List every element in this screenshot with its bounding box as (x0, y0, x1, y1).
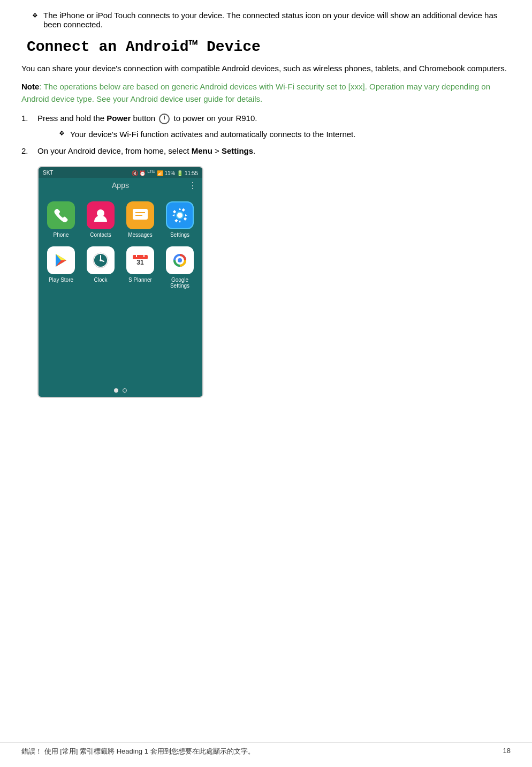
step-1-sub-bullet: ❖ Your device's Wi-Fi function activates… (37, 130, 511, 139)
step-1-text-after: button (131, 114, 157, 123)
footer-page-number: 18 (503, 747, 511, 756)
app-contacts[interactable]: Contacts (81, 197, 120, 242)
step-1-content: Press and hold the Power button to power… (37, 114, 511, 139)
power-button-icon (159, 114, 170, 124)
contacts-app-label: Contacts (90, 232, 111, 238)
contacts-icon-svg (91, 206, 110, 225)
phone-dots (39, 384, 202, 397)
phone-dot-active (114, 388, 118, 393)
intro-bullet-text: The iPhone or iPod Touch connects to you… (43, 11, 511, 29)
googlesettings-app-icon (166, 246, 194, 274)
clock-app-icon (87, 246, 115, 274)
messages-app-icon (126, 201, 154, 229)
app-google-settings[interactable]: Google Settings (160, 242, 200, 293)
clock-app-label: Clock (94, 277, 107, 283)
phone-bottom-area (39, 298, 202, 384)
settings-icon-svg (170, 206, 189, 225)
step-2-num: 2. (21, 146, 37, 155)
clock-icon-svg (91, 251, 110, 270)
app-splanner[interactable]: 31 S Planner (120, 242, 160, 293)
svg-point-5 (177, 212, 183, 219)
step-1-num: 1. (21, 114, 37, 123)
step-1: 1. Press and hold the Power button to po… (21, 114, 511, 139)
playstore-icon-svg (51, 251, 71, 270)
app-clock[interactable]: Clock (81, 242, 120, 293)
svg-text:31: 31 (136, 259, 144, 266)
note-paragraph: Note: The operations below are based on … (21, 80, 511, 106)
note-body: : The operations below are based on gene… (21, 82, 490, 103)
step-2-period: . (253, 146, 255, 155)
steps-list: 1. Press and hold the Power button to po… (21, 114, 511, 155)
note-label: Note (21, 82, 39, 91)
apps-label: Apps (112, 181, 129, 190)
step-2-text-before: On your Android device, from home, selec… (37, 146, 192, 155)
playstore-app-label: Play Store (49, 277, 73, 283)
svg-marker-2 (133, 220, 138, 223)
svg-rect-1 (133, 209, 148, 220)
phone-dot-inactive (123, 388, 127, 393)
step-1-text-before: Press and hold the (37, 114, 107, 123)
sub-bullet-text: Your device's Wi-Fi function activates a… (70, 130, 355, 139)
splanner-app-label: S Planner (128, 277, 152, 283)
section-heading: Connect an Android™ Device (21, 39, 511, 55)
step-2-content: On your Android device, from home, selec… (37, 146, 511, 155)
calendar-app-icon: 31 (126, 246, 154, 274)
phone-screenshot: SKT 🔇 ⏰ LTE 📶 11% 🔋 11:55 Apps ⋮ Phone (37, 166, 203, 398)
step-1-bold: Power (107, 114, 131, 123)
apps-menu-dots[interactable]: ⋮ (188, 181, 197, 191)
footer-left: 錯誤！ 使用 [常用] 索引標籤將 Heading 1 套用到您想要在此處顯示的… (21, 747, 255, 756)
calendar-icon-svg: 31 (131, 251, 150, 270)
settings-app-icon (166, 201, 194, 229)
page-footer: 錯誤！ 使用 [常用] 索引標籤將 Heading 1 套用到您想要在此處顯示的… (0, 742, 532, 756)
phone-app-label: Phone (54, 232, 69, 238)
sub-bullet-char: ❖ (59, 130, 65, 139)
app-playstore[interactable]: Play Store (41, 242, 81, 293)
bullet-char: ❖ (32, 12, 38, 29)
googlesettings-icon-svg (170, 251, 189, 270)
messages-icon-svg (131, 206, 150, 225)
svg-point-21 (178, 258, 182, 262)
intro-bullet-item: ❖ The iPhone or iPod Touch connects to y… (21, 11, 511, 29)
step-2-gt: > (212, 146, 222, 155)
svg-point-14 (100, 259, 102, 261)
step-2-bold1: Menu (192, 146, 212, 155)
phone-status-bar: SKT 🔇 ⏰ LTE 📶 11% 🔋 11:55 (39, 167, 202, 178)
googlesettings-app-label: Google Settings (162, 277, 197, 289)
phone-app-grid: Phone Contacts Messages (39, 192, 202, 298)
phone-apps-header: Apps ⋮ (39, 178, 202, 192)
contacts-app-icon (87, 201, 115, 229)
body-paragraph: You can share your device's connection w… (21, 63, 511, 75)
messages-app-label: Messages (128, 232, 153, 238)
playstore-app-icon (47, 246, 75, 274)
app-settings[interactable]: Settings (160, 197, 200, 242)
step-2: 2. On your Android device, from home, se… (21, 146, 511, 155)
phone-carrier: SKT (43, 170, 53, 176)
app-messages[interactable]: Messages (120, 197, 160, 242)
settings-app-label: Settings (170, 232, 189, 238)
phone-icon-svg (51, 206, 71, 225)
phone-app-icon (47, 201, 75, 229)
app-phone[interactable]: Phone (41, 197, 81, 242)
step-1-rest: to power on your R910. (174, 114, 257, 123)
step-2-bold2: Settings (222, 146, 253, 155)
phone-status-icons: 🔇 ⏰ LTE 📶 11% 🔋 11:55 (132, 169, 198, 176)
